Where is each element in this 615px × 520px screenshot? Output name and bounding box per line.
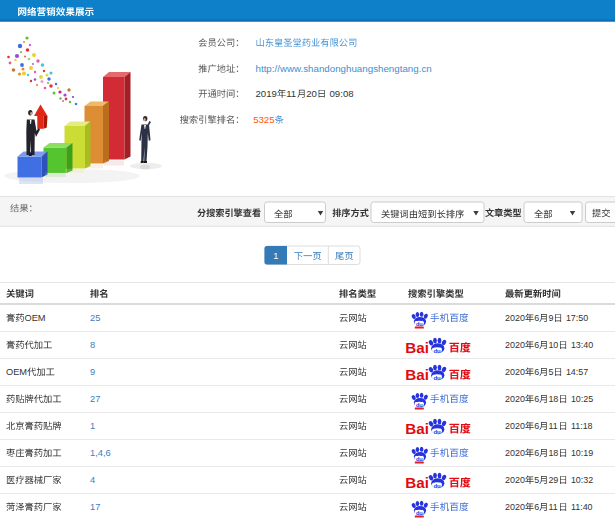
svg-text:2020: 2020: [505, 340, 525, 350]
svg-text:13:40: 13:40: [571, 340, 593, 350]
svg-text:11: 11: [286, 88, 296, 99]
svg-text:10: 10: [548, 340, 558, 350]
svg-text:Bai: Bai: [405, 474, 429, 491]
svg-text:27: 27: [90, 394, 100, 404]
svg-text:11:18: 11:18: [571, 421, 593, 431]
svg-text:2020: 2020: [505, 475, 525, 485]
svg-text:6: 6: [534, 448, 539, 458]
svg-text:6: 6: [534, 367, 539, 377]
svg-text:du: du: [416, 456, 423, 462]
svg-text:du: du: [416, 510, 423, 516]
svg-text:du: du: [433, 348, 441, 354]
svg-text:du: du: [416, 321, 423, 327]
svg-text:25: 25: [90, 313, 100, 323]
svg-text:2020: 2020: [505, 367, 525, 377]
svg-text:11: 11: [548, 421, 557, 431]
svg-text:2020: 2020: [505, 502, 525, 512]
svg-text:8: 8: [90, 340, 95, 350]
svg-text:29: 29: [548, 475, 558, 485]
svg-text:18: 18: [548, 448, 558, 458]
svg-text:6: 6: [534, 340, 539, 350]
svg-text:du: du: [433, 429, 441, 435]
svg-text:9: 9: [548, 313, 553, 323]
svg-text:Bai: Bai: [405, 339, 429, 356]
svg-text:20: 20: [306, 88, 317, 99]
svg-text:5: 5: [548, 367, 553, 377]
svg-text:1,4,6: 1,4,6: [90, 448, 111, 458]
svg-text:14:57: 14:57: [566, 367, 588, 377]
svg-text:2020: 2020: [505, 313, 525, 323]
svg-text:17: 17: [90, 502, 100, 512]
svg-text:17:50: 17:50: [566, 313, 588, 323]
svg-text:2020: 2020: [505, 448, 525, 458]
svg-text:10:32: 10:32: [571, 475, 593, 485]
svg-text:Bai: Bai: [405, 366, 429, 383]
svg-text:11:40: 11:40: [571, 502, 593, 512]
svg-text:2020: 2020: [505, 421, 525, 431]
svg-text:du: du: [416, 402, 423, 408]
svg-text:6: 6: [534, 313, 539, 323]
svg-text:9: 9: [90, 367, 95, 377]
svg-text:5: 5: [534, 475, 539, 485]
svg-text:OEM: OEM: [25, 313, 46, 323]
svg-text:11: 11: [548, 502, 557, 512]
svg-text:2020: 2020: [505, 394, 525, 404]
svg-text:10:25: 10:25: [571, 394, 593, 404]
svg-text:OEM: OEM: [6, 367, 27, 377]
svg-text:09:08: 09:08: [330, 88, 354, 99]
svg-text:2019: 2019: [256, 88, 277, 99]
svg-text:6: 6: [534, 394, 539, 404]
svg-text:du: du: [433, 483, 441, 489]
svg-text:Bai: Bai: [405, 420, 429, 437]
svg-text:du: du: [433, 375, 441, 381]
svg-text:5325: 5325: [253, 114, 274, 125]
svg-text:6: 6: [534, 421, 539, 431]
svg-text:18: 18: [548, 394, 558, 404]
svg-text:1: 1: [90, 421, 95, 431]
svg-text:1: 1: [273, 251, 278, 261]
svg-text:10:19: 10:19: [571, 448, 593, 458]
svg-text:4: 4: [90, 475, 95, 485]
svg-text:http://www.shandonghuangshengt: http://www.shandonghuangshengtang.cn: [256, 63, 432, 74]
svg-text:6: 6: [534, 502, 539, 512]
